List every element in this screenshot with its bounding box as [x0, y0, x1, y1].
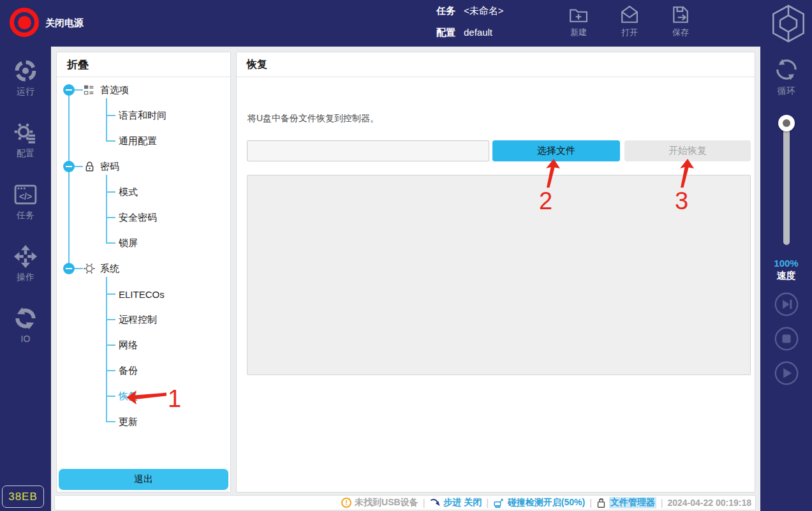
status-bar: ! 未找到USB设备 | 步进 关闭 | 碰撞检测开启(50%) — [54, 495, 756, 510]
tree-connector — [75, 268, 83, 269]
code-window-icon: </> — [14, 183, 37, 206]
collision-detection-icon — [493, 498, 505, 508]
move-arrows-icon — [14, 245, 37, 268]
cycle-arrows-icon — [14, 307, 37, 330]
app-window: 关闭电源 任务 <未命名> 配置 default 新建 — [0, 0, 812, 511]
tree-connector — [75, 166, 83, 167]
speed-slider[interactable] — [778, 115, 795, 250]
loop-mode[interactable]: 循环 — [774, 57, 799, 97]
tree-node-password[interactable]: 密码 — [57, 154, 230, 179]
separator: | — [589, 498, 592, 508]
password-children: 模式 安全密码 锁屏 — [57, 179, 230, 256]
tree-item-lock-screen[interactable]: 锁屏 — [57, 230, 230, 256]
start-restore-button[interactable]: 开始恢复 — [624, 140, 751, 161]
tree-node-preferences[interactable]: 首选项 — [57, 77, 230, 103]
collapse-minus-icon[interactable] — [63, 263, 75, 274]
task-config-info: 任务 <未命名> 配置 default — [436, 6, 504, 49]
save-task-button[interactable]: 保存 — [662, 5, 699, 38]
separator: | — [486, 498, 489, 508]
settings-tree-panel: 折叠 首选项 语言和 — [56, 52, 231, 492]
exit-button[interactable]: 退出 — [59, 469, 228, 490]
slider-track[interactable] — [783, 120, 790, 245]
save-disk-icon — [671, 5, 690, 24]
sitemap-icon — [83, 84, 96, 96]
file-actions: 新建 打开 保存 — [560, 5, 699, 38]
gear-icon — [83, 262, 96, 275]
tree-connector — [106, 191, 115, 193]
sidebar-item-config[interactable]: 配置 — [14, 117, 37, 179]
backup-file-path-input[interactable] — [247, 140, 489, 161]
sidebar-item-operate[interactable]: 操作 — [14, 241, 37, 303]
power-record-icon[interactable] — [10, 8, 39, 37]
settings-tree: 首选项 语言和时间 通用配置 — [57, 77, 230, 434]
speed-label: 速度 — [774, 270, 798, 282]
tree-connector — [106, 217, 115, 218]
tree-connector — [75, 89, 83, 91]
tree-connector — [106, 140, 115, 142]
page-title: 恢复 — [237, 52, 755, 77]
restore-panel: 恢复 将U盘中备份文件恢复到控制器。 选择文件 开始恢复 — [236, 52, 755, 492]
power-off-label: 关闭电源 — [45, 17, 84, 29]
lock-icon — [83, 160, 96, 173]
tree-connector — [106, 242, 115, 244]
sidebar-item-io[interactable]: IO — [14, 303, 37, 365]
file-manager-button[interactable]: 文件管理器 — [596, 497, 656, 508]
tree-item-restore[interactable]: 恢复 — [57, 383, 230, 409]
svg-text:</>: </> — [19, 191, 32, 202]
tree-item-network[interactable]: 网络 — [57, 332, 230, 358]
top-bar: 关闭电源 任务 <未命名> 配置 default 新建 — [0, 0, 812, 47]
folder-plus-icon — [569, 5, 588, 24]
tree-connector — [106, 396, 115, 397]
clock: 2024-04-22 00:19:18 — [667, 498, 751, 508]
tree-node-system[interactable]: 系统 — [57, 256, 230, 281]
step-next-button[interactable] — [774, 292, 799, 316]
tree-item-backup[interactable]: 备份 — [57, 358, 230, 383]
run-target-icon — [14, 59, 37, 82]
gear-list-icon — [14, 121, 37, 144]
step-mode-status[interactable]: 步进 关闭 — [429, 497, 482, 508]
step-arrow-icon — [429, 498, 440, 508]
collapse-minus-icon[interactable] — [63, 161, 75, 172]
task-value: <未命名> — [464, 6, 504, 15]
collapse-header[interactable]: 折叠 — [57, 52, 230, 77]
collision-status[interactable]: 碰撞检测开启(50%) — [493, 497, 585, 508]
select-file-button[interactable]: 选择文件 — [492, 140, 620, 161]
left-nav-sidebar: 运行 配置 </> — [0, 47, 51, 511]
collapse-minus-icon[interactable] — [63, 84, 75, 96]
tree-item-update[interactable]: 更新 — [57, 409, 230, 434]
warning-icon: ! — [341, 498, 351, 508]
play-button[interactable] — [774, 361, 799, 385]
config-value: default — [464, 27, 492, 37]
tree-connector — [106, 344, 115, 346]
usb-status: ! 未找到USB设备 — [341, 497, 418, 508]
slider-handle[interactable] — [778, 115, 795, 131]
tree-item-safety-password[interactable]: 安全密码 — [57, 205, 230, 230]
usb-plug-icon — [596, 498, 606, 508]
new-task-button[interactable]: 新建 — [560, 5, 597, 38]
right-control-sidebar: 循环 100% 速度 — [760, 47, 812, 511]
sidebar-item-task[interactable]: </> 任务 — [14, 179, 37, 241]
tree-item-mode[interactable]: 模式 — [57, 179, 230, 205]
envelope-open-icon — [620, 5, 639, 24]
sidebar-item-run[interactable]: 运行 — [14, 56, 37, 117]
tree-connector — [106, 293, 115, 295]
status-badge: 38EB — [2, 485, 44, 508]
restore-description: 将U盘中备份文件恢复到控制器。 — [247, 113, 379, 124]
tree-item-elitecos[interactable]: ELITECOs — [57, 281, 230, 307]
stop-button[interactable] — [774, 327, 799, 351]
open-task-button[interactable]: 打开 — [611, 5, 648, 38]
elite-robot-logo-icon — [771, 4, 806, 43]
separator: | — [423, 498, 425, 508]
tree-connector — [106, 370, 115, 371]
system-children: ELITECOs 远程控制 网络 备份 恢复 — [57, 281, 230, 434]
separator: | — [661, 498, 663, 508]
task-label: 任务 — [436, 6, 455, 15]
preferences-children: 语言和时间 通用配置 — [57, 103, 230, 154]
tree-item-remote-control[interactable]: 远程控制 — [57, 307, 230, 332]
config-label: 配置 — [436, 27, 455, 37]
tree-item-language-and-time[interactable]: 语言和时间 — [57, 103, 230, 128]
tree-connector — [106, 319, 115, 320]
speed-readout: 100% 速度 — [774, 258, 798, 282]
tree-connector — [106, 115, 115, 116]
tree-item-general-config[interactable]: 通用配置 — [57, 128, 230, 154]
